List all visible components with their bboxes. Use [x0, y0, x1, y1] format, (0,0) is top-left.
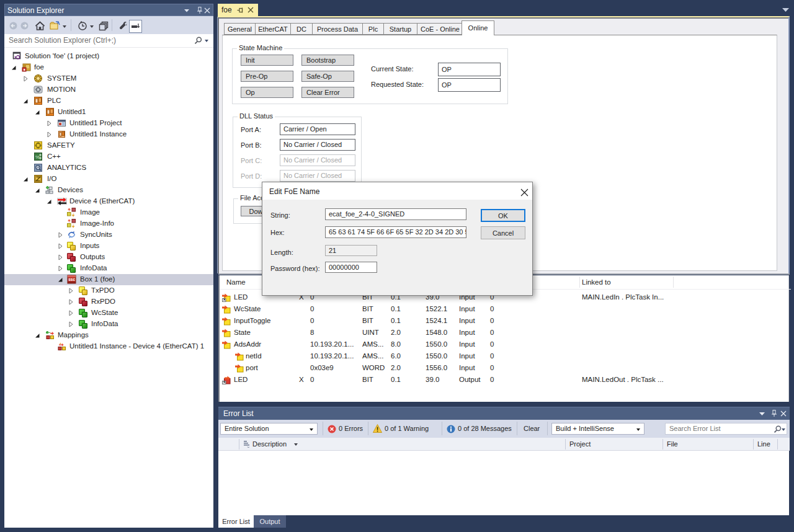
- svg-text:ssc: ssc: [68, 277, 75, 282]
- svg-text:%: %: [35, 154, 40, 160]
